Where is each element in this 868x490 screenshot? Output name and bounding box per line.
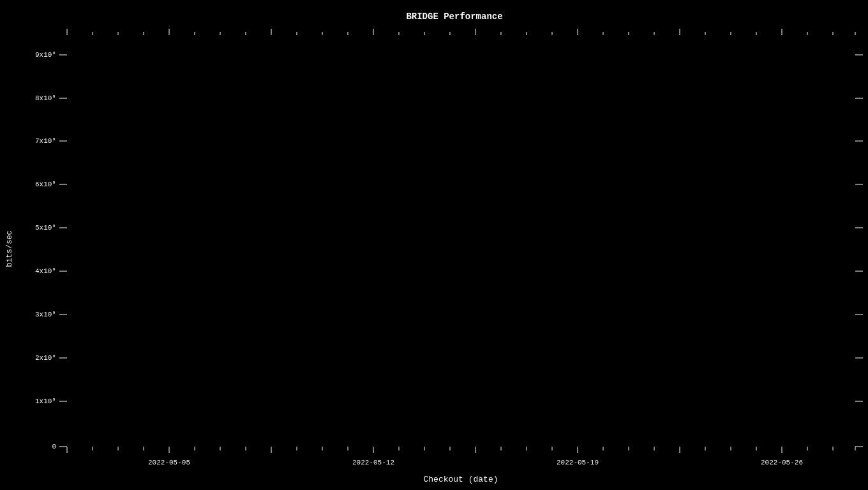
- svg-text:5x10⁹: 5x10⁹: [35, 224, 56, 232]
- x-tick-label-2: 2022-05-12: [352, 459, 394, 466]
- svg-rect-0: [0, 0, 868, 490]
- svg-text:2x10⁹: 2x10⁹: [35, 354, 56, 362]
- svg-text:9x10⁹: 9x10⁹: [35, 51, 56, 59]
- svg-text:1x10⁹: 1x10⁹: [35, 397, 56, 405]
- y-axis-label: bits/sec: [5, 230, 14, 267]
- x-tick-label-1: 2022-05-05: [148, 459, 190, 466]
- svg-text:6x10⁹: 6x10⁹: [35, 181, 56, 188]
- svg-text:8x10⁹: 8x10⁹: [35, 94, 56, 102]
- svg-text:7x10⁹: 7x10⁹: [35, 137, 56, 145]
- svg-text:4x10⁹: 4x10⁹: [35, 267, 56, 275]
- x-axis-label: Checkout (date): [423, 475, 498, 484]
- chart-title: BRIDGE Performance: [406, 11, 502, 22]
- x-tick-label-3: 2022-05-19: [557, 459, 599, 466]
- svg-text:0: 0: [52, 443, 56, 450]
- chart-container: BRIDGE Performance: [0, 0, 868, 490]
- x-tick-label-4: 2022-05-26: [761, 459, 803, 466]
- svg-text:3x10⁹: 3x10⁹: [35, 311, 56, 318]
